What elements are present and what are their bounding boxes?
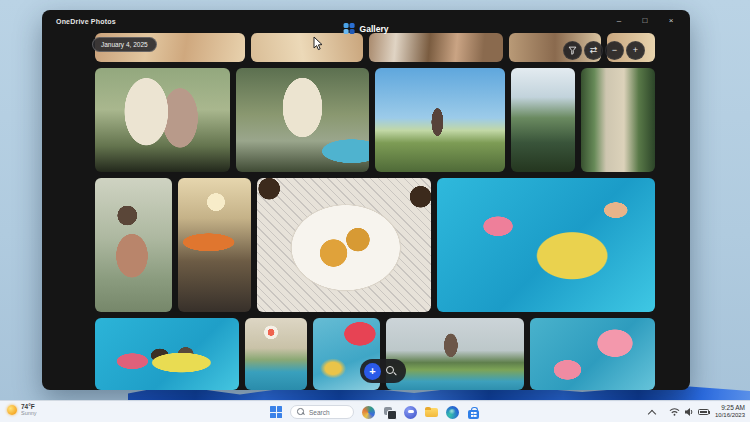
photo-strip-picnic-2[interactable] — [251, 33, 363, 62]
quick-settings[interactable] — [669, 407, 709, 417]
taskbar-center: Search — [270, 401, 480, 422]
start-button[interactable] — [270, 406, 282, 418]
wifi-icon — [669, 407, 680, 417]
photo-hiker-hill[interactable] — [375, 68, 505, 172]
shuffle-icon: ⇄ — [590, 46, 598, 55]
photo-man-bicycle[interactable] — [236, 68, 369, 172]
search-input[interactable]: Search — [290, 405, 354, 419]
photo-man-jumping-pool[interactable] — [386, 318, 524, 390]
minimize-button[interactable]: – — [606, 10, 632, 31]
hidden-icons-chevron-icon[interactable] — [649, 409, 655, 415]
plus-icon: + — [633, 46, 638, 55]
photo-strip-group[interactable] — [369, 33, 503, 62]
copilot-icon[interactable] — [362, 406, 375, 419]
volume-icon — [684, 407, 694, 417]
zoom-out-button[interactable]: − — [605, 41, 624, 60]
gallery-toolbar: ⇄ − + — [563, 41, 645, 60]
gallery-nav-button[interactable]: Gallery — [338, 21, 395, 36]
task-view-icon[interactable] — [383, 406, 396, 419]
edge-icon[interactable] — [446, 406, 459, 419]
sun-icon — [7, 405, 17, 415]
date-badge: January 4, 2025 — [92, 37, 157, 52]
clock-date: 10/16/2023 — [715, 412, 745, 420]
window-title: OneDrive Photos — [56, 18, 116, 25]
gallery-label: Gallery — [360, 24, 389, 34]
minus-icon: − — [612, 46, 617, 55]
store-icon[interactable] — [467, 407, 480, 420]
maximize-button[interactable]: □ — [632, 10, 658, 31]
file-explorer-icon[interactable] — [425, 407, 438, 420]
photo-tree-climb[interactable] — [581, 68, 655, 172]
weather-temp: 74°F — [21, 403, 37, 410]
filter-icon — [568, 46, 577, 55]
clock[interactable]: 9:25 AM 10/16/2023 — [715, 404, 745, 420]
clock-time: 9:25 AM — [715, 404, 745, 412]
onedrive-photos-window: OneDrive Photos – □ × Gallery — [42, 10, 690, 390]
fab-plus-icon[interactable]: + — [364, 363, 381, 380]
photo-pastries-coffee[interactable] — [257, 178, 431, 312]
system-tray: 9:25 AM 10/16/2023 — [649, 401, 745, 422]
photo-dogs-floats[interactable] — [95, 318, 239, 390]
photo-backpack-forest[interactable] — [95, 178, 172, 312]
zoom-fab[interactable]: + — [360, 359, 406, 383]
photo-pool-party[interactable] — [437, 178, 655, 312]
taskbar: 74°F Sunny Search — [0, 400, 750, 422]
zoom-in-button[interactable]: + — [626, 41, 645, 60]
battery-icon — [698, 409, 709, 415]
search-icon — [297, 408, 305, 416]
gallery-grid-icon — [344, 23, 355, 34]
photo-flamingo-floats[interactable] — [530, 318, 655, 390]
photo-couple-bicycles[interactable] — [95, 68, 230, 172]
magnifier-icon[interactable] — [385, 365, 397, 377]
filter-button[interactable] — [563, 41, 582, 60]
close-button[interactable]: × — [658, 10, 684, 31]
search-placeholder: Search — [309, 409, 330, 416]
photo-hammock-sunset[interactable] — [178, 178, 251, 312]
photo-mountain-trail[interactable] — [511, 68, 575, 172]
chat-icon[interactable] — [404, 406, 417, 419]
weather-widget[interactable]: 74°F Sunny — [7, 403, 37, 417]
photo-pool-beachball[interactable] — [245, 318, 307, 390]
window-controls: – □ × — [606, 10, 684, 31]
shuffle-button[interactable]: ⇄ — [584, 41, 603, 60]
desktop: OneDrive Photos – □ × Gallery — [0, 0, 750, 422]
mouse-cursor — [313, 36, 324, 51]
weather-condition: Sunny — [21, 410, 37, 416]
